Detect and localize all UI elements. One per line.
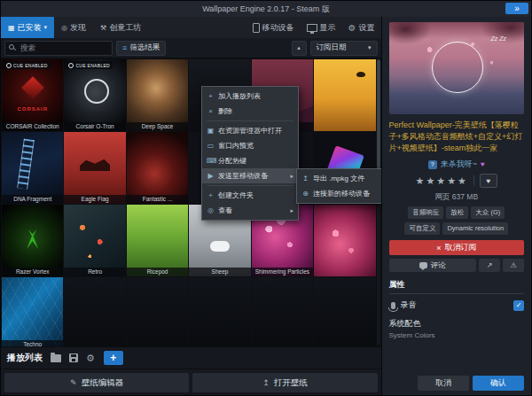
comments-label: 评论 [431,260,446,271]
save-playlist-icon[interactable] [69,353,78,362]
playlist-label: 播放列表 [7,352,43,364]
system-colors-block[interactable]: 系统配色 System Colors [389,318,524,339]
mobile-devices-button[interactable]: 移动设备 [246,17,301,38]
main-body: ▦ 已安装 ▾ ◎ 发现 ⚒ 创意工坊 移动设备 [1,17,531,396]
chevron-down-icon: ▾ [44,24,48,31]
display-button[interactable]: 显示 [301,17,342,38]
wallpaper-item[interactable] [314,205,375,276]
wallpaper-title: Techno [2,340,63,346]
recording-checkbox[interactable]: ✓ [513,300,524,311]
wallpaper-item[interactable]: Eagle Flag [64,132,125,204]
menu-item-send-to-mobile[interactable]: ▶发送至移动设备▸ [202,168,298,183]
properties-header: 属性 [389,279,524,294]
wallpaper-item[interactable] [64,277,125,346]
menu-item-assign-hotkey[interactable]: ⌨分配热键 [202,153,298,168]
delete-icon: × [207,107,215,115]
confirm-button[interactable]: 确认 [473,376,524,391]
footer-bar: ✎ 壁纸编辑器 ↥ 打开壁纸 [1,369,381,396]
chevron-down-icon: ▾ [368,44,372,51]
menu-item-create-folder[interactable]: +创建文件夹 [202,188,298,203]
comments-button[interactable]: 评论 [389,259,476,272]
tag-chip: 大众 (G) [471,206,505,219]
wallpaper-item[interactable] [127,277,188,346]
speech-bubble-icon [419,262,427,268]
wallpaper-title: Shimmering Particles [252,268,313,276]
wallpaper-item[interactable] [314,59,375,131]
cancel-button[interactable]: 取消 [418,376,469,391]
wallpaper-editor-button[interactable]: ✎ 壁纸编辑器 [4,373,189,392]
menu-item-delete[interactable]: ×删除 [202,104,298,119]
tab-discover[interactable]: ◎ 发现 [54,17,93,38]
wallpaper-item[interactable]: CUE ENABLEDCORSAIRCORSAIR Collection [2,59,63,131]
wallpaper-item[interactable]: Ricepod [127,205,188,276]
tag-chip: 放松 [446,206,468,219]
wallpaper-title: Sheep [189,268,250,276]
settings-button[interactable]: ⚙ 设置 [342,17,381,38]
sort-select[interactable]: 订阅日期 ▾ [310,41,378,56]
wallpaper-item[interactable]: Razer Vortex [2,205,63,276]
system-colors-sublabel: System Colors [389,331,524,339]
system-colors-label: 系统配色 [389,318,524,330]
wallpaper-title: Razer Vortex [2,268,63,276]
panel-toggle-button[interactable]: » [505,3,528,14]
open-wallpaper-button[interactable]: ↥ 打开壁纸 [192,373,377,392]
wallpaper-title: Corsair O-Tron [64,122,125,131]
wallpaper-item[interactable] [314,277,375,346]
wallpaper-item[interactable]: CUE ENABLEDCorsair O-Tron [64,59,125,131]
tab-installed[interactable]: ▦ 已安装 ▾ [1,17,54,38]
wallpaper-title: Ricepod [127,268,188,276]
type-size-label: 网页 637 MB [389,192,524,203]
menu-item-connect-new-mobile[interactable]: ⊕连接新的移动设备 [297,186,381,201]
wallpaper-item[interactable]: Retro [64,205,125,276]
cue-logo-icon [68,63,74,68]
menu-item-view[interactable]: ◎查看▸ [202,203,298,218]
filter-results-button[interactable]: ≡ 筛选结果 [116,41,166,56]
scrollbar-thumb[interactable] [377,59,380,173]
search-box[interactable] [4,41,113,56]
add-to-playlist-icon: + [207,92,215,100]
pencil-icon: ✎ [70,378,77,387]
open-playlist-folder-icon[interactable] [51,354,61,362]
check-icon: ✓ [516,301,522,309]
phone-icon [253,23,260,33]
sort-direction-button[interactable]: ▲ [292,41,307,56]
new-playlist-button[interactable]: + [104,351,123,365]
tab-installed-label: 已安装 [18,22,42,34]
menu-item-open-in-explorer[interactable]: ▣在资源管理器中打开 [202,123,298,138]
menu-item-export-mpkg[interactable]: ↥导出 .mpkg 文件 [297,171,381,186]
wallpaper-item[interactable] [189,277,250,346]
discover-icon: ◎ [61,24,67,32]
preview-in-window-icon: ▭ [207,142,215,150]
filter-bar: ≡ 筛选结果 ▲ 订阅日期 ▾ [1,38,381,58]
playlist-settings-gear-icon[interactable]: ⚙ [86,353,95,364]
heart-icon: ♥ [487,177,491,185]
unsubscribe-button[interactable]: × 取消订阅 [389,240,524,255]
search-input[interactable] [19,43,108,53]
wallpaper-preview[interactable]: Zz Zz [389,22,524,114]
tab-workshop[interactable]: ⚒ 创意工坊 [93,17,148,38]
wallpaper-title: Retro [64,268,125,276]
playlist-bar: 播放列表 ⚙ + [1,346,381,369]
favorite-button[interactable]: ♥ [480,174,497,188]
mobile-devices-label: 移动设备 [262,22,294,34]
wallpaper-item[interactable]: Fantastic ... [127,132,188,204]
menu-item-add-to-playlist[interactable]: +加入播放列表 [202,89,298,104]
share-button[interactable]: ↗ [479,259,500,272]
wallpaper-item[interactable]: Techno [2,277,63,346]
wallpaper-editor-label: 壁纸编辑器 [82,377,124,389]
wallpaper-item[interactable]: DNA Fragment [2,132,63,204]
open-file-icon: ↥ [262,378,270,387]
window-title: Wallpaper Engine 2.0.17 - Steam 版 [202,4,330,15]
wallpaper-item[interactable]: Deep Space [127,59,188,131]
preview-overlay-text: Zz Zz [491,35,507,42]
filter-icon: ≡ [122,43,127,52]
create-folder-icon: + [207,191,215,199]
author-link[interactable]: 来杀我呀~ [441,159,477,170]
report-button[interactable]: ⚠ [503,259,524,272]
moon-circle [432,42,483,93]
wallpaper-item[interactable] [252,277,313,346]
menu-item-preview-in-window[interactable]: ▭窗口内预览 [202,138,298,153]
context-menu: +加入播放列表×删除▣在资源管理器中打开▭窗口内预览⌨分配热键▶发送至移动设备▸… [201,86,299,221]
wallpaper-title: DNA Fragment [2,195,63,204]
star-rating[interactable]: ★★★★★ [416,175,468,187]
